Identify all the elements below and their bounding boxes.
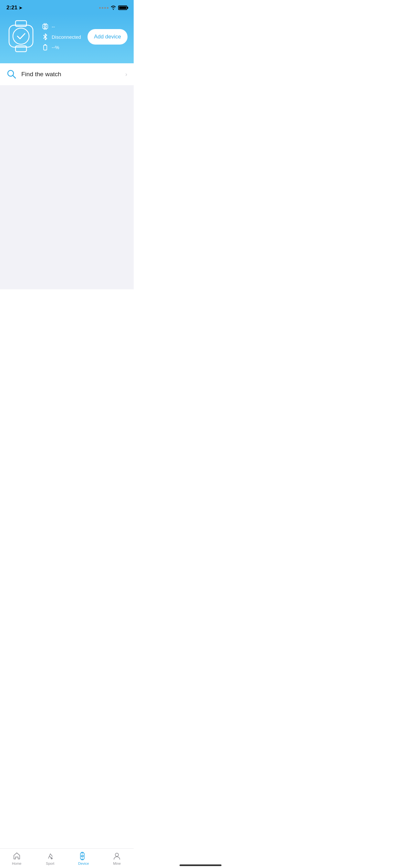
status-right-icons <box>99 5 127 10</box>
bluetooth-status-row: Disconnected <box>42 34 81 40</box>
content-area: Find the watch › <box>0 63 134 289</box>
signal-icon <box>99 7 109 9</box>
svg-rect-1 <box>16 46 27 52</box>
find-watch-label: Find the watch <box>21 71 121 78</box>
watch-name-value: -- <box>52 24 55 29</box>
wifi-icon <box>111 5 116 10</box>
chevron-right-icon: › <box>125 71 127 78</box>
battery-status-value: --% <box>52 44 59 50</box>
bluetooth-icon <box>42 34 49 40</box>
svg-line-11 <box>13 75 16 78</box>
device-info: -- Disconnected --% <box>42 23 81 51</box>
add-device-button[interactable]: Add device <box>88 29 127 44</box>
find-watch-icon <box>6 69 17 80</box>
watch-name-row: -- <box>42 23 81 30</box>
watch-svg <box>6 20 35 52</box>
status-time: 2:21 ➤ <box>6 4 22 11</box>
svg-rect-9 <box>44 44 46 45</box>
watch-small-icon <box>42 23 49 30</box>
find-watch-row[interactable]: Find the watch › <box>0 63 134 85</box>
status-bar: 2:21 ➤ <box>0 0 134 13</box>
svg-rect-0 <box>16 21 27 27</box>
battery-icon <box>118 5 127 10</box>
bluetooth-status-value: Disconnected <box>52 34 81 40</box>
svg-point-3 <box>13 28 29 44</box>
device-header: -- Disconnected --% <box>0 13 134 63</box>
battery-status-row: --% <box>42 44 81 51</box>
battery-small-icon <box>42 44 49 51</box>
time-display: 2:21 <box>6 4 18 11</box>
watch-illustration <box>6 20 35 54</box>
svg-rect-8 <box>43 45 47 50</box>
location-icon: ➤ <box>19 5 22 10</box>
